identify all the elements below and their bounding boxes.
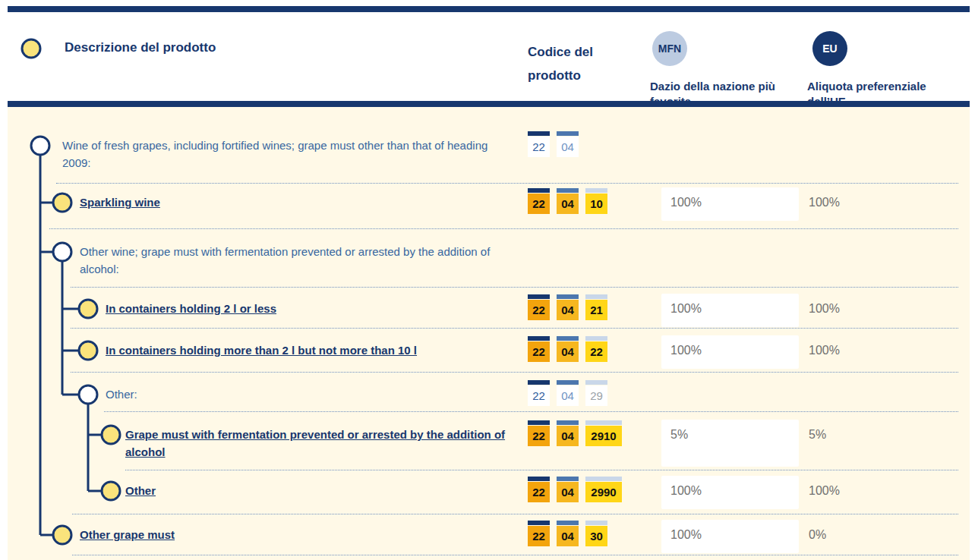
hs-code-chip-value: 22 xyxy=(528,482,550,502)
hs-code-chip-bar xyxy=(585,336,607,341)
row-description: Grape must with fermentation prevented o… xyxy=(125,426,509,461)
hs-code-chip-value: 22 xyxy=(528,526,550,546)
row-description: Other xyxy=(125,482,156,499)
tariff-results-page: Descrizione del prodotto Codice del prod… xyxy=(0,0,978,560)
hs-code-chip: 22 xyxy=(528,380,550,406)
hs-code-chip-value: 04 xyxy=(557,385,579,406)
mfn-value-box: 100% xyxy=(661,476,799,509)
hs-code-chip: 10 xyxy=(585,188,607,214)
hs-code-chips: 2204 xyxy=(528,131,579,157)
product-link[interactable]: In containers holding 2 l or less xyxy=(106,302,276,315)
tree-node-circle[interactable] xyxy=(102,426,120,444)
hs-code-chip-bar xyxy=(528,336,550,341)
row-separator xyxy=(71,287,958,288)
row-separator xyxy=(71,372,958,373)
hs-code-chip-value: 04 xyxy=(557,300,579,320)
product-link[interactable]: In containers holding more than 2 l but … xyxy=(106,344,417,357)
hs-code-chip-value: 22 xyxy=(528,193,550,214)
header-divider xyxy=(8,101,970,107)
tree-node-circle[interactable] xyxy=(53,243,71,261)
eu-badge-icon: EU xyxy=(812,31,847,66)
product-link[interactable]: Grape must with fermentation prevented o… xyxy=(125,428,505,458)
hs-code-chip-bar xyxy=(585,188,607,193)
hs-code-chip-value: 29 xyxy=(585,385,607,406)
row-description: Other wine; grape must with fermentation… xyxy=(80,243,509,278)
hs-code-chip-bar xyxy=(585,380,607,385)
hs-code-chip-value: 22 xyxy=(528,426,550,446)
hs-code-chips: 22042910 xyxy=(528,420,622,446)
hs-code-chip-bar xyxy=(528,420,550,425)
row-description: Wine of fresh grapes, including fortifie… xyxy=(62,137,509,171)
top-divider xyxy=(8,6,970,12)
hs-code-chips: 220422 xyxy=(528,336,607,362)
hs-code-chip-bar xyxy=(557,380,579,385)
mfn-value: 100% xyxy=(670,196,702,209)
hs-code-chip: 22 xyxy=(528,188,550,214)
hs-code-chip-value: 04 xyxy=(557,341,579,362)
eu-value: 100% xyxy=(809,484,840,498)
hs-code-chip-value: 22 xyxy=(528,341,550,362)
hs-code-chip: 29 xyxy=(585,380,607,406)
eu-value: 100% xyxy=(809,344,840,357)
hs-code-chip-value: 04 xyxy=(557,137,579,157)
hs-code-chip: 30 xyxy=(585,521,607,546)
hs-code-chip-value: 30 xyxy=(585,526,607,546)
hs-code-chip-bar xyxy=(528,294,550,299)
mfn-value: 100% xyxy=(670,484,702,497)
description-column-header: Descrizione del prodotto xyxy=(65,40,216,55)
product-link[interactable]: Other xyxy=(125,484,156,497)
hs-code-chip-bar xyxy=(557,477,579,481)
tree-node-circle[interactable] xyxy=(53,526,71,544)
hs-code-chip-value: 22 xyxy=(528,137,550,157)
hs-code-chip-bar xyxy=(557,336,579,341)
tree-node-circle[interactable] xyxy=(31,137,49,155)
hs-code-chip: 04 xyxy=(557,477,579,502)
hs-code-chip: 04 xyxy=(557,294,579,320)
eu-value: 5% xyxy=(809,428,826,442)
tree-node-circle[interactable] xyxy=(102,482,120,500)
hs-code-chip-bar xyxy=(557,294,579,299)
row-separator xyxy=(104,411,958,412)
row-description: Other: xyxy=(106,385,137,403)
row-description: In containers holding more than 2 l but … xyxy=(106,341,417,359)
hs-code-chip-bar xyxy=(528,188,550,193)
mfn-value: 100% xyxy=(670,302,702,315)
hs-code-chip-value: 22 xyxy=(528,300,550,320)
hs-code-chip-bar xyxy=(585,420,622,425)
hs-code-chip-bar xyxy=(528,477,550,481)
hs-code-chip-bar xyxy=(528,521,550,525)
hs-code-chip: 22 xyxy=(528,294,550,320)
hs-code-chip: 04 xyxy=(557,188,579,214)
hs-code-chip: 22 xyxy=(528,131,550,157)
tree-connectors xyxy=(8,107,539,560)
hs-code-chip: 04 xyxy=(557,380,579,406)
tree-node-circle[interactable] xyxy=(79,385,97,404)
row-separator xyxy=(49,228,958,229)
mfn-value: 5% xyxy=(670,428,688,441)
product-link[interactable]: Other grape must xyxy=(80,528,175,541)
row-separator xyxy=(72,514,958,514)
hs-code-chips: 220421 xyxy=(528,294,607,320)
product-tree: Wine of fresh grapes, including fortifie… xyxy=(8,107,970,560)
hs-code-chip: 22 xyxy=(585,336,607,362)
hs-code-chip-value: 04 xyxy=(557,426,579,446)
eu-value: 100% xyxy=(809,196,840,209)
row-separator xyxy=(71,328,958,329)
mfn-value-box: 100% xyxy=(661,335,799,369)
mfn-value-box: 5% xyxy=(661,420,799,467)
product-link[interactable]: Sparkling wine xyxy=(80,196,160,209)
code-column-header: Codice del prodotto xyxy=(528,40,613,87)
row-separator xyxy=(56,183,958,184)
tree-node-circle[interactable] xyxy=(79,341,97,360)
hs-code-chip-value: 04 xyxy=(557,526,579,546)
row-description: Other grape must xyxy=(80,526,175,543)
mfn-value: 100% xyxy=(670,344,702,357)
tree-node-circle[interactable] xyxy=(53,193,71,212)
row-description: In containers holding 2 l or less xyxy=(106,300,276,317)
tree-node-circle[interactable] xyxy=(79,300,97,318)
hs-code-chip-value: 2990 xyxy=(585,482,622,502)
hs-code-chip-value: 04 xyxy=(557,482,579,502)
hs-code-chips: 220430 xyxy=(528,521,607,546)
hs-code-chip-bar xyxy=(557,521,579,525)
row-description: Sparkling wine xyxy=(80,193,160,211)
